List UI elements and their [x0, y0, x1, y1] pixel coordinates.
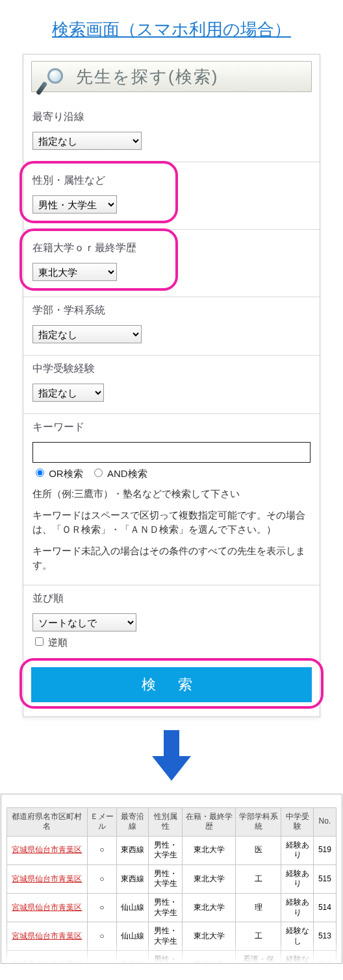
- keyword-help-3: キーワード未記入の場合はその条件のすべての先生を表示します。: [32, 544, 311, 573]
- select-sort[interactable]: ソートなしで: [32, 613, 136, 631]
- cell-univ: 東北大学: [182, 894, 235, 922]
- cell-exam: 経験あり: [281, 894, 313, 922]
- th-univ: 在籍・最終学歴: [182, 807, 235, 836]
- cell-univ: 東北大学: [182, 864, 235, 893]
- keyword-help-2: キーワードはスペースで区切って複数指定可能です。その場合は、「ＯＲ検索」・「ＡＮ…: [32, 508, 311, 537]
- cell-line: 東西線: [116, 836, 148, 864]
- search-button[interactable]: 検 索: [31, 667, 312, 702]
- field-department: 学部・学科系統 指定なし: [23, 297, 320, 356]
- select-department[interactable]: 指定なし: [32, 325, 142, 343]
- search-header: 先生を探す(検索): [31, 61, 312, 92]
- select-gender-attr[interactable]: 男性・大学生: [32, 195, 117, 214]
- th-mail: Ｅメール: [87, 807, 116, 836]
- field-sort: 並び順 ソートなしで 逆順: [23, 585, 320, 661]
- th-exam: 中学受験: [281, 807, 313, 836]
- cell-no: 514: [313, 894, 336, 922]
- label-department: 学部・学科系統: [32, 304, 311, 317]
- keyword-help-1: 住所（例:三鷹市）・塾名などで検索して下さい: [32, 487, 311, 502]
- cell-no: 519: [313, 836, 336, 864]
- th-loc: 都道府県名市区町村名: [7, 807, 88, 836]
- results-fade: [1, 942, 342, 963]
- cell-dept: 工: [236, 864, 281, 893]
- reverse-text: 逆順: [48, 637, 68, 648]
- cell-mail: ○: [87, 894, 116, 922]
- table-row[interactable]: 宮城県仙台市青葉区○仙山線男性・大学生東北大学理経験あり514: [7, 894, 337, 922]
- cell-line: 仙山線: [116, 894, 148, 922]
- search-header-title: 先生を探す(検索): [76, 66, 218, 88]
- search-icon: [44, 68, 71, 95]
- results-frame: 都道府県名市区町村名 Ｅメール 最寄沿線 性別属性 在籍・最終学歴 学部学科系統…: [1, 794, 342, 964]
- results-table: 都道府県名市区町村名 Ｅメール 最寄沿線 性別属性 在籍・最終学歴 学部学科系統…: [6, 807, 337, 964]
- select-university[interactable]: 東北大学: [32, 263, 117, 281]
- label-university: 在籍大学ｏｒ最終学歴: [32, 241, 311, 255]
- radio-or-text: OR検索: [49, 468, 83, 479]
- field-university: 在籍大学ｏｒ最終学歴 東北大学: [23, 230, 320, 297]
- select-jhs-exam[interactable]: 指定なし: [32, 384, 104, 402]
- radio-and[interactable]: [94, 469, 103, 477]
- radio-and-label[interactable]: AND検索: [91, 468, 147, 479]
- label-jhs-exam: 中学受験経験: [32, 362, 311, 376]
- th-no: No.: [313, 807, 336, 836]
- arrow-down-icon: [152, 730, 191, 782]
- label-gender-attr: 性別・属性など: [32, 174, 311, 188]
- field-keyword: キーワード OR検索 AND検索 住所（例:三鷹市）・塾名などで検索して下さい …: [23, 414, 320, 585]
- cell-exam: 経験あり: [281, 864, 313, 893]
- search-form-frame: 先生を探す(検索) 最寄り沿線 指定なし 性別・属性など 男性・大学生 在籍大学…: [23, 54, 320, 717]
- radio-and-text: AND検索: [107, 468, 147, 479]
- select-nearest-line[interactable]: 指定なし: [32, 132, 142, 150]
- cell-dept: 理: [236, 894, 281, 922]
- radio-or-label[interactable]: OR検索: [32, 468, 86, 479]
- checkbox-reverse[interactable]: [35, 637, 44, 646]
- radio-or[interactable]: [36, 469, 44, 477]
- cell-attr: 男性・大学生: [149, 836, 183, 864]
- reverse-label[interactable]: 逆順: [32, 637, 68, 648]
- label-sort: 並び順: [32, 592, 311, 606]
- cell-line: 東西線: [116, 864, 148, 893]
- keyword-input[interactable]: [32, 442, 311, 463]
- cell-loc[interactable]: 宮城県仙台市青葉区: [7, 864, 88, 893]
- cell-exam: 経験あり: [281, 836, 313, 864]
- label-keyword: キーワード: [32, 421, 311, 434]
- page-title: 検索画面（スマホ利用の場合）: [0, 0, 343, 47]
- field-gender-attr: 性別・属性など 男性・大学生: [23, 162, 320, 230]
- cell-mail: ○: [87, 836, 116, 864]
- th-line: 最寄沿線: [116, 807, 148, 836]
- cell-loc[interactable]: 宮城県仙台市青葉区: [7, 894, 88, 922]
- table-row[interactable]: 宮城県仙台市青葉区○東西線男性・大学生東北大学医経験あり519: [7, 836, 337, 864]
- table-header-row: 都道府県名市区町村名 Ｅメール 最寄沿線 性別属性 在籍・最終学歴 学部学科系統…: [7, 807, 337, 836]
- cell-univ: 東北大学: [182, 836, 235, 864]
- cell-attr: 男性・大学生: [149, 864, 183, 893]
- field-jhs-exam: 中学受験経験 指定なし: [23, 356, 320, 414]
- cell-no: 515: [313, 864, 336, 893]
- label-nearest-line: 最寄り沿線: [32, 110, 311, 124]
- table-row[interactable]: 宮城県仙台市青葉区○東西線男性・大学生東北大学工経験あり515: [7, 864, 337, 893]
- cell-dept: 医: [236, 836, 281, 864]
- cell-mail: ○: [87, 864, 116, 893]
- cell-attr: 男性・大学生: [149, 894, 183, 922]
- th-attr: 性別属性: [149, 807, 183, 836]
- th-dept: 学部学科系統: [236, 807, 281, 836]
- cell-loc[interactable]: 宮城県仙台市青葉区: [7, 836, 88, 864]
- field-nearest-line: 最寄り沿線 指定なし: [23, 104, 320, 162]
